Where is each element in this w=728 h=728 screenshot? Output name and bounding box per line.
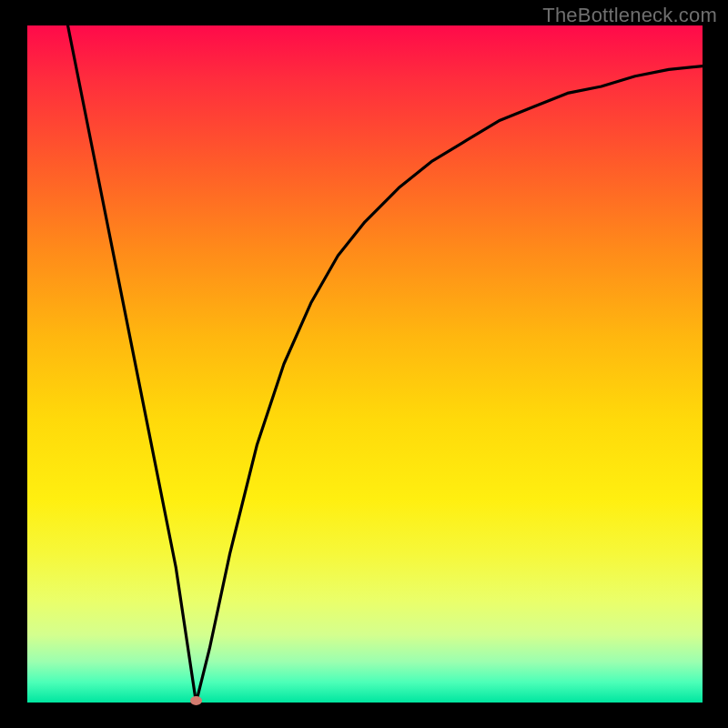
minimum-marker	[190, 696, 202, 705]
chart-frame: TheBottleneck.com	[0, 0, 728, 728]
bottleneck-curve	[27, 25, 703, 703]
plot-area	[27, 25, 703, 703]
watermark-text: TheBottleneck.com	[542, 4, 717, 27]
